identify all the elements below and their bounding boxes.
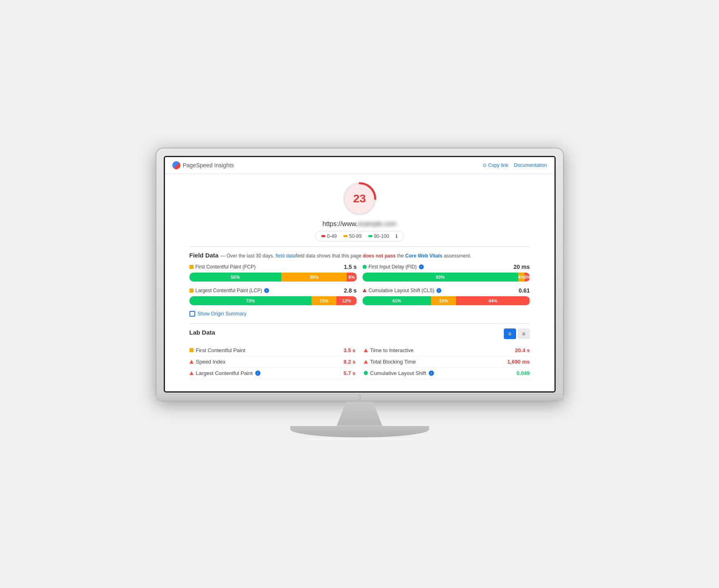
field-data-description: — Over the last 30 days, field datafield… (220, 253, 472, 259)
metric-fcp: First Contentful Paint (FCP) 1.5 s 55% 3… (189, 264, 357, 282)
cls-info-icon[interactable]: i (436, 288, 441, 293)
cls-icon (363, 288, 367, 292)
monitor-stand (290, 402, 429, 441)
lab-cls-info[interactable]: i (429, 371, 434, 376)
lab-fcp-value: 3.5 s (344, 347, 356, 353)
field-data-section: Field Data — Over the last 30 days, fiel… (189, 252, 530, 317)
toggle-list-view[interactable]: ≡ (518, 328, 530, 339)
lab-tbt-name: Total Blocking Time (370, 359, 416, 365)
score-circle: 23 (341, 180, 378, 217)
legend-red: 0-49 (321, 233, 337, 239)
legend-orange: 50-89 (343, 233, 362, 239)
lcp-icon (189, 288, 194, 293)
documentation-link[interactable]: Documentation (514, 162, 547, 168)
metric-fcp-name: First Contentful Paint (FCP) (189, 264, 256, 270)
cls-bar-orange: 15% (431, 296, 456, 305)
metric-lcp: Largest Contentful Paint (LCP) i 2.8 s 7… (189, 287, 357, 305)
fcp-bar-orange: 39% (281, 273, 347, 282)
show-origin-summary[interactable]: Show Origin Summary (189, 311, 530, 317)
scene: PageSpeed Insights ⊙ Copy link Documenta… (135, 148, 584, 441)
lab-tti-icon (364, 348, 368, 352)
lab-tbt-icon (364, 360, 368, 364)
score-url: https://www.example.com (323, 220, 396, 228)
lab-si-left: Speed Index (189, 359, 226, 365)
fcp-bar-red: 6% (347, 273, 357, 282)
legend-red-dot (321, 235, 325, 237)
score-divider (189, 246, 530, 247)
lab-tti-value: 20.4 s (515, 347, 530, 353)
fid-bar-green: 93% (363, 273, 518, 282)
lab-tti-row: Time to Interactive 20.4 s (364, 345, 530, 356)
lab-tti-name: Time to Interactive (370, 347, 414, 353)
fid-info-icon[interactable]: i (419, 264, 424, 269)
lab-cls-left: Cumulative Layout Shift i (364, 370, 434, 376)
show-origin-label: Show Origin Summary (198, 311, 247, 317)
stand-base (290, 426, 429, 437)
psi-header: PageSpeed Insights ⊙ Copy link Documenta… (165, 157, 554, 174)
metric-fid-name: First Input Delay (FID) i (363, 264, 424, 270)
metric-fid: First Input Delay (FID) i 20 ms 93% 4% 3… (363, 264, 530, 282)
field-data-link[interactable]: field data (276, 253, 296, 259)
lab-lcp-icon (189, 371, 194, 375)
lab-lcp-left: Largest Contentful Paint i (189, 370, 260, 376)
legend-green: 90-100 (368, 233, 389, 239)
lab-fcp-icon (189, 348, 194, 352)
lab-tbt-value: 1,690 ms (508, 359, 530, 365)
psi-logo: PageSpeed Insights (172, 161, 234, 169)
lcp-bar-orange: 15% (312, 296, 337, 305)
lab-lcp-info[interactable]: i (255, 371, 260, 376)
metric-cls-bar: 41% 15% 44% (363, 296, 530, 305)
lab-si-value: 8.2 s (344, 359, 356, 365)
lab-si-name: Speed Index (196, 359, 226, 365)
metric-fid-bar: 93% 4% 3% (363, 273, 530, 282)
metric-cls-name: Cumulative Layout Shift (CLS) i (363, 288, 441, 293)
fid-bar-red: 3% (525, 273, 530, 282)
lab-metrics-right: Time to Interactive 20.4 s Total Blockin… (364, 345, 530, 379)
monitor: PageSpeed Insights ⊙ Copy link Documenta… (156, 148, 564, 402)
score-value: 23 (353, 192, 366, 205)
cls-bar-red: 44% (456, 296, 530, 305)
lcp-bar-green: 73% (189, 296, 312, 305)
lab-data-header: Lab Data ≡ ≡ (189, 328, 530, 339)
cls-bar-green: 41% (363, 296, 431, 305)
list-view-icon: ≡ (522, 331, 525, 337)
field-data-title: Field Data (189, 252, 219, 259)
copy-link-button[interactable]: ⊙ Copy link (483, 162, 508, 168)
header-links: ⊙ Copy link Documentation (483, 162, 547, 168)
cwv-link[interactable]: Core Web Vitals (405, 253, 443, 259)
lab-si-icon (189, 360, 194, 364)
lab-fcp-row: First Contentful Paint 3.5 s (189, 345, 356, 356)
metric-lcp-name: Largest Contentful Paint (LCP) i (189, 288, 269, 293)
lab-cls-row: Cumulative Layout Shift i 0.049 (364, 368, 530, 379)
score-section: 23 https://www.example.com 0-49 50-89 (189, 180, 530, 242)
show-origin-checkbox[interactable] (189, 311, 195, 317)
lab-tbt-row: Total Blocking Time 1,690 ms (364, 356, 530, 368)
lab-lcp-name: Largest Contentful Paint (196, 370, 253, 376)
bar-view-icon: ≡ (508, 331, 511, 337)
lab-data-section: Lab Data ≡ ≡ (189, 328, 530, 379)
lab-fcp-name: First Contentful Paint (196, 347, 245, 353)
psi-content: 23 https://www.example.com 0-49 50-89 (165, 174, 554, 391)
fcp-bar-green: 55% (189, 273, 282, 282)
metric-fid-value: 20 ms (514, 264, 530, 270)
metric-fcp-bar: 55% 39% 6% (189, 273, 357, 282)
screen: PageSpeed Insights ⊙ Copy link Documenta… (164, 156, 556, 393)
lcp-bar-red: 12% (336, 296, 356, 305)
stand-base-reflection (303, 437, 417, 441)
legend-info-icon[interactable]: ℹ (396, 233, 398, 239)
toggle-bar-view[interactable]: ≡ (504, 328, 516, 339)
lab-cls-name: Cumulative Layout Shift (370, 370, 426, 376)
lab-metrics-left: First Contentful Paint 3.5 s Speed Index (189, 345, 356, 379)
fid-icon (363, 265, 367, 269)
lab-cls-value: 0.049 (516, 370, 530, 376)
lab-tbt-left: Total Blocking Time (364, 359, 416, 365)
lab-data-title: Lab Data (189, 329, 215, 336)
metric-lcp-value: 2.8 s (344, 287, 356, 294)
metric-fcp-value: 1.5 s (344, 264, 356, 270)
fcp-icon (189, 265, 194, 269)
legend-green-dot (368, 235, 372, 237)
pagespeed-logo-icon (172, 161, 180, 169)
lcp-info-icon[interactable]: i (264, 288, 269, 293)
lab-lcp-row: Largest Contentful Paint i 5.7 s (189, 368, 356, 379)
stand-neck (327, 402, 392, 426)
